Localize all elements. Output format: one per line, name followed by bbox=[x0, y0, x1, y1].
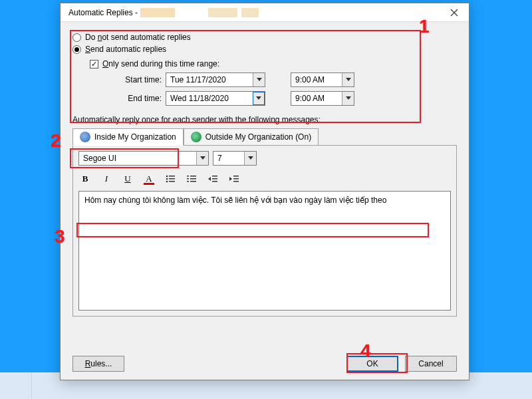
svg-rect-12 bbox=[212, 176, 217, 177]
svg-rect-5 bbox=[169, 181, 175, 182]
redacted-name-1 bbox=[140, 8, 175, 17]
svg-point-4 bbox=[166, 181, 168, 183]
radio-label: Send automatic replies bbox=[85, 45, 166, 54]
font-color-button[interactable]: A bbox=[142, 172, 156, 186]
message-text: Hôm nay chúng tôi không làm việc. Tôi sẽ… bbox=[84, 196, 386, 205]
svg-rect-10 bbox=[187, 181, 189, 182]
indent-icon bbox=[229, 175, 239, 183]
redacted-name-2 bbox=[208, 8, 237, 17]
chevron-down-icon bbox=[253, 92, 265, 105]
numbered-list-button[interactable] bbox=[185, 172, 198, 186]
format-toolbar: B I U A bbox=[78, 171, 451, 187]
svg-rect-17 bbox=[233, 181, 239, 182]
svg-rect-1 bbox=[169, 176, 175, 177]
svg-point-0 bbox=[166, 176, 168, 178]
svg-rect-11 bbox=[190, 181, 196, 182]
radio-label: Do not send automatic replies bbox=[85, 33, 191, 42]
svg-rect-3 bbox=[169, 178, 175, 180]
globe-icon bbox=[191, 132, 201, 142]
outdent-icon bbox=[208, 175, 217, 183]
chevron-down-icon bbox=[342, 92, 354, 105]
checkbox-label: Only send during this time range: bbox=[102, 59, 219, 68]
start-date-combo[interactable]: Tue 11/17/2020 bbox=[166, 72, 265, 87]
titlebar: Automatic Replies - bbox=[61, 3, 469, 22]
chevron-down-icon bbox=[342, 73, 354, 86]
underline-button[interactable]: U bbox=[121, 172, 134, 186]
chevron-down-icon bbox=[253, 73, 265, 86]
start-date-value: Tue 11/17/2020 bbox=[166, 73, 230, 86]
font-family-value: Segoe UI bbox=[79, 152, 120, 165]
dialog-footer: Rules... OK Cancel bbox=[72, 356, 457, 372]
bold-button[interactable]: B bbox=[78, 172, 92, 186]
svg-rect-14 bbox=[212, 181, 217, 182]
tab-panel: Segoe UI 7 B I U A bbox=[72, 145, 457, 317]
svg-rect-7 bbox=[190, 176, 196, 177]
svg-rect-8 bbox=[187, 178, 189, 180]
window-title: Automatic Replies - bbox=[68, 8, 138, 17]
tabs: Inside My Organization Outside My Organi… bbox=[72, 128, 457, 146]
radio-icon bbox=[72, 45, 81, 54]
cancel-button[interactable]: Cancel bbox=[405, 356, 457, 372]
message-editor[interactable]: Hôm nay chúng tôi không làm việc. Tôi sẽ… bbox=[78, 191, 451, 311]
tab-inside-org[interactable]: Inside My Organization bbox=[72, 128, 184, 146]
radio-send[interactable]: Send automatic replies bbox=[72, 45, 457, 54]
svg-rect-15 bbox=[233, 176, 239, 177]
svg-rect-16 bbox=[233, 178, 239, 180]
bullet-list-icon bbox=[166, 175, 175, 183]
people-icon bbox=[80, 132, 90, 142]
rules-button[interactable]: Rules... bbox=[72, 356, 124, 372]
tab-outside-org[interactable]: Outside My Organization (On) bbox=[184, 128, 319, 146]
automatic-replies-dialog: Automatic Replies - Do not send automati… bbox=[60, 3, 469, 380]
chevron-down-icon bbox=[244, 152, 256, 165]
checkbox-only-send-range[interactable]: Only send during this time range: bbox=[90, 59, 457, 68]
radio-do-not-send[interactable]: Do not send automatic replies bbox=[72, 33, 457, 42]
numbered-list-icon bbox=[187, 175, 196, 183]
svg-rect-9 bbox=[190, 178, 196, 180]
end-time-combo[interactable]: 9:00 AM bbox=[291, 91, 354, 106]
indent-button[interactable] bbox=[227, 172, 241, 186]
tab-label: Inside My Organization bbox=[94, 132, 176, 142]
font-size-combo[interactable]: 7 bbox=[213, 151, 257, 166]
end-date-value: Wed 11/18/2020 bbox=[166, 92, 233, 105]
checkbox-icon bbox=[90, 60, 98, 68]
close-icon bbox=[450, 9, 458, 17]
svg-rect-6 bbox=[187, 176, 189, 177]
start-time-label: Start time: bbox=[102, 75, 162, 84]
end-date-combo[interactable]: Wed 11/18/2020 bbox=[166, 91, 265, 106]
ok-button[interactable]: OK bbox=[346, 356, 398, 372]
section-label: Automatically reply once for each sender… bbox=[72, 115, 457, 124]
time-range-grid: Start time: Tue 11/17/2020 9:00 AM End t… bbox=[102, 72, 457, 106]
color-swatch bbox=[144, 183, 154, 185]
chevron-down-icon bbox=[196, 152, 208, 165]
font-family-combo[interactable]: Segoe UI bbox=[78, 151, 209, 166]
svg-point-2 bbox=[166, 178, 168, 180]
end-time-value: 9:00 AM bbox=[291, 92, 329, 105]
redacted-name-3 bbox=[241, 8, 259, 17]
start-time-value: 9:00 AM bbox=[291, 73, 329, 86]
tab-label: Outside My Organization (On) bbox=[205, 132, 311, 142]
italic-button[interactable]: I bbox=[100, 172, 113, 186]
close-button[interactable] bbox=[439, 3, 469, 22]
taskbar-start[interactable] bbox=[0, 372, 32, 399]
radio-icon bbox=[72, 33, 81, 42]
outdent-button[interactable] bbox=[206, 172, 219, 186]
start-time-combo[interactable]: 9:00 AM bbox=[291, 72, 354, 87]
end-time-label: End time: bbox=[102, 94, 162, 103]
svg-rect-13 bbox=[212, 178, 217, 180]
font-size-value: 7 bbox=[213, 152, 226, 165]
bullet-list-button[interactable] bbox=[164, 172, 177, 186]
